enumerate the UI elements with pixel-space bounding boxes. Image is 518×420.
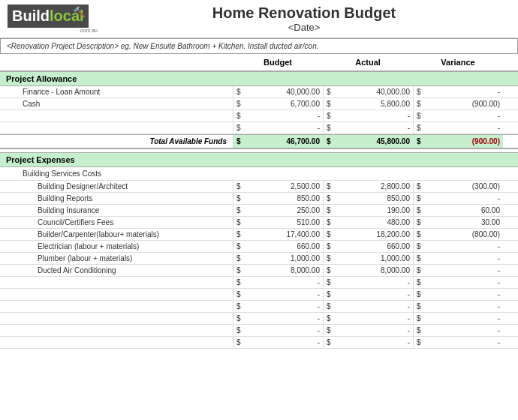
row-label: [0, 110, 233, 122]
building-services-costs-label: Building Services Costs: [0, 167, 518, 181]
variance-cell: $ -: [413, 301, 503, 312]
variance-cell: $ -: [413, 110, 503, 122]
budget-cell: $ -: [233, 289, 323, 300]
hammer-icon: 🔨: [73, 6, 86, 18]
header-title: Home Renovation Budget <Date>: [98, 4, 510, 33]
expense-row: $ - $ - $ -: [0, 289, 518, 301]
actual-cell: $ -: [323, 337, 413, 348]
expense-row: Ducted Air Conditioning $ 8,000.00 $ 8,0…: [0, 265, 518, 277]
column-headers: Budget Actual Variance: [0, 54, 518, 71]
actual-cell: $ 480.00: [323, 217, 413, 228]
variance-cell: $ 60.00: [413, 205, 503, 216]
variance-cell: $ -: [413, 313, 503, 324]
variance-cell: $ -: [413, 253, 503, 264]
budget-cell: $ 17,400.00: [233, 229, 323, 240]
actual-cell: $ -: [323, 325, 413, 336]
total-variance-cell: $ (900.00): [413, 135, 503, 148]
variance-cell: $ -: [413, 337, 503, 348]
expense-row: Plumber (labour + materials) $ 1,000.00 …: [0, 253, 518, 265]
budget-cell: $ -: [233, 313, 323, 324]
row-label: Building Insurance: [0, 205, 233, 216]
total-actual-dollar: $: [327, 137, 334, 146]
actual-cell: $ -: [323, 289, 413, 300]
row-label: [0, 301, 233, 312]
row-label: [0, 325, 233, 336]
budget-cell: $ 850.00: [233, 193, 323, 204]
row-label: [0, 337, 233, 348]
total-actual-amount: 45,800.00: [334, 137, 410, 146]
budget-cell: $ -: [233, 110, 323, 122]
total-actual-cell: $ 45,800.00: [323, 135, 413, 148]
actual-cell: $ -: [323, 122, 413, 134]
variance-cell: $ -: [413, 325, 503, 336]
row-label: Electrician (labour + materials): [0, 241, 233, 252]
actual-cell: $ -: [323, 110, 413, 122]
expense-row: Electrician (labour + materials) $ 660.0…: [0, 241, 518, 253]
actual-cell: $ 8,000.00: [323, 265, 413, 276]
budget-cell: $ 6,700.00: [233, 98, 323, 110]
allowance-row: Finance - Loan Amount $ 40,000.00 $ 40,0…: [0, 86, 518, 98]
expense-row: $ - $ - $ -: [0, 277, 518, 289]
variance-cell: $ -: [413, 289, 503, 300]
expense-rows: Building Designer/Architect $ 2,500.00 $…: [0, 181, 518, 349]
expense-row: $ - $ - $ -: [0, 337, 518, 349]
actual-cell: $ 40,000.00: [323, 86, 413, 98]
actual-cell: $ 5,800.00: [323, 98, 413, 110]
expense-row: $ - $ - $ -: [0, 325, 518, 337]
budget-cell: $ 1,000.00: [233, 253, 323, 264]
allowance-row: Cash $ 6,700.00 $ 5,800.00 $ (900.00): [0, 98, 518, 110]
row-label: Building Designer/Architect: [0, 181, 233, 192]
allowance-row: $ - $ - $ -: [0, 110, 518, 122]
row-label: Builder/Carpenter(labour+ materials): [0, 229, 233, 240]
budget-cell: $ -: [233, 277, 323, 288]
project-allowance-header: Project Allowance: [0, 71, 518, 86]
col-budget: Budget: [233, 56, 323, 69]
variance-cell: $ -: [413, 193, 503, 204]
variance-cell: $ (800.00): [413, 229, 503, 240]
expense-row: $ - $ - $ -: [0, 301, 518, 313]
variance-cell: $ (900.00): [413, 98, 503, 110]
row-label: [0, 289, 233, 300]
total-budget-amount: 46,700.00: [244, 137, 320, 146]
allowance-row: $ - $ - $ -: [0, 122, 518, 134]
total-variance-amount: (900.00): [424, 137, 500, 146]
row-label: [0, 122, 233, 134]
budget-cell: $ 2,500.00: [233, 181, 323, 192]
page-title: Home Renovation Budget: [98, 4, 510, 22]
actual-cell: $ -: [323, 313, 413, 324]
budget-cell: $ 660.00: [233, 241, 323, 252]
actual-cell: $ 190.00: [323, 205, 413, 216]
header: Buildlocal 🔨 .com.au Home Renovation Bud…: [0, 0, 518, 38]
logo-build-text: Build: [12, 8, 50, 24]
col-actual: Actual: [323, 56, 413, 69]
col-variance: Variance: [413, 56, 503, 69]
logo: Buildlocal 🔨 .com.au: [8, 4, 98, 33]
budget-cell: $ 40,000.00: [233, 86, 323, 98]
actual-cell: $ 2,800.00: [323, 181, 413, 192]
logo-tagline: .com.au: [8, 28, 98, 33]
row-label: Cash: [0, 98, 233, 110]
row-label: [0, 277, 233, 288]
row-label: Council/Certifiers Fees: [0, 217, 233, 228]
expense-row: Builder/Carpenter(labour+ materials) $ 1…: [0, 229, 518, 241]
expense-row: $ - $ - $ -: [0, 313, 518, 325]
expense-row: Building Reports $ 850.00 $ 850.00 $ -: [0, 193, 518, 205]
total-label: Total Available Funds: [0, 135, 233, 148]
row-label: Plumber (labour + materials): [0, 253, 233, 264]
actual-cell: $ 1,000.00: [323, 253, 413, 264]
variance-cell: $ -: [413, 241, 503, 252]
variance-cell: $ -: [413, 86, 503, 98]
total-variance-dollar: $: [417, 137, 424, 146]
variance-cell: $ -: [413, 277, 503, 288]
variance-cell: $ 30.00: [413, 217, 503, 228]
col-label: [0, 56, 233, 69]
allowance-rows: Finance - Loan Amount $ 40,000.00 $ 40,0…: [0, 86, 518, 134]
actual-cell: $ 850.00: [323, 193, 413, 204]
actual-cell: $ -: [323, 277, 413, 288]
budget-cell: $ 510.00: [233, 217, 323, 228]
budget-cell: $ -: [233, 122, 323, 134]
budget-cell: $ -: [233, 325, 323, 336]
variance-cell: $ -: [413, 122, 503, 134]
row-label: Finance - Loan Amount: [0, 86, 233, 98]
row-label: Building Reports: [0, 193, 233, 204]
